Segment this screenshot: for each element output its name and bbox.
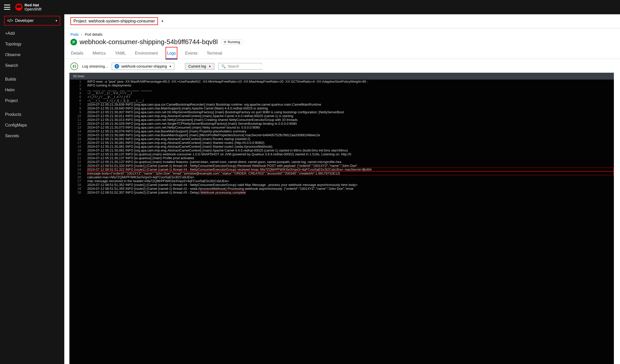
log-line: 26calcuated mac=Nfa7ZQMrPFWIKSe3Vqxi3+4q… [69, 175, 614, 179]
sidebar-item-project[interactable]: Project [0, 95, 64, 106]
tabs: DetailsMetricsYAMLEnvironmentLogsEventsT… [64, 48, 620, 59]
log-line: 1INFO exec -a "java" java -XX:MaxRAMPerc… [69, 80, 614, 83]
sidebar-item-products[interactable]: Products [0, 109, 64, 120]
hamburger-icon[interactable] [4, 5, 10, 10]
log-line: 122024-07-12 05:21:30,029 INFO [org.apa.… [69, 122, 614, 125]
log-line: 4--/ __ \/ / / / _ | / _ \/ //_/ / / / _… [69, 91, 614, 95]
sidebar-item-observe[interactable]: Observe [0, 49, 64, 60]
log-line: 182024-07-12 05:21:30,081 INFO [org.apa.… [69, 145, 614, 148]
log-line: 112024-07-12 05:21:30,013 INFO [org.apa.… [69, 118, 614, 122]
log-line: 302024-07-12 08:51:52,357 INFO [route2] … [69, 191, 614, 194]
log-line: 2INFO running in /deployments [69, 83, 614, 87]
log-line: 27mac message recceived in the header=Nf… [69, 179, 614, 183]
log-line: 72024-07-12 05:21:29,636 INFO [org.apa.c… [69, 103, 614, 106]
tab-environment[interactable]: Environment [134, 48, 158, 59]
breadcrumb-root[interactable]: Pods [70, 32, 79, 36]
log-line: 232024-07-12 08:51:51,320 INFO [route1] … [69, 164, 614, 168]
log-line-count: 30 lines [69, 73, 614, 80]
log-line: 162024-07-12 05:21:30,081 INFO [org.apa.… [69, 137, 614, 141]
log-panel: 30 lines 1INFO exec -a "java" java -XX:M… [64, 73, 620, 364]
code-icon: </> [7, 18, 13, 23]
streaming-label: Log streaming... [82, 64, 108, 68]
sidebar-item-secrets[interactable]: Secrets [0, 131, 64, 141]
tab-metrics[interactable]: Metrics [92, 48, 106, 59]
log-line: 282024-07-12 08:51:51,352 INFO [route1] … [69, 183, 614, 187]
search-field[interactable] [228, 64, 272, 68]
log-line: 102024-07-12 05:21:30,011 INFO [org.apa.… [69, 114, 614, 118]
redhat-fedora-icon [15, 4, 22, 11]
pause-stream-button[interactable] [70, 62, 78, 70]
sidebar: </> Developer ▾ +AddTopologyObserveSearc… [0, 14, 64, 364]
tab-logs[interactable]: Logs [167, 48, 177, 59]
top-bar: Red Hat OpenShift [0, 0, 620, 14]
sidebar-nav: +AddTopologyObserveSearchBuildsHelmProje… [0, 28, 64, 364]
log-line: 242024-07-12 08:51:51,322 INFO [route1] … [69, 168, 614, 171]
title-bar: P webhook-consumer-shipping-54b9ff6744-b… [64, 37, 620, 48]
log-line: 5-/ /_/ / /_/ / __ |/ , _/ ,< / /_/ /\ \ [69, 95, 614, 99]
breadcrumb: Pods › Pod details [64, 28, 620, 37]
content: Project: webhook-system-shipping-consume… [64, 14, 620, 364]
chevron-down-icon: ▾ [56, 19, 57, 22]
breadcrumb-current: Pod details [85, 32, 102, 36]
sidebar-item-topology[interactable]: Topology [0, 39, 64, 49]
sync-icon: ⟳ [224, 40, 226, 44]
pod-title: webhook-consumer-shipping-54b9ff6744-bqv… [80, 38, 218, 46]
log-line: 222024-07-12 05:21:30,137 INFO [io.quark… [69, 160, 614, 164]
log-line: 152024-07-12 05:21:30,080 INFO [org.apa.… [69, 133, 614, 137]
container-badge-icon: C [115, 64, 119, 69]
log-line: 6--\___\_\____/_/ |_/_/|_/_/|_|\____/___… [69, 99, 614, 103]
log-line: 82024-07-12 05:21:29,640 INFO [org.apa.c… [69, 106, 614, 110]
log-line: 202024-07-12 05:21:30,137 INFO [io.quark… [69, 152, 614, 156]
tab-details[interactable]: Details [70, 48, 84, 59]
perspective-switcher[interactable]: </> Developer ▾ [4, 16, 60, 26]
log-line: 132024-07-12 05:21:30,073 INFO [org.apa.… [69, 125, 614, 129]
tab-events[interactable]: Events [184, 48, 198, 59]
log-line: 212024-07-12 05:21:30,137 INFO [io.quark… [69, 156, 614, 160]
container-selector[interactable]: C webhook-consumer-shipping ▼ [112, 63, 174, 70]
project-selector[interactable]: Project: webhook-system-shipping-consume… [70, 17, 158, 25]
brand-line2: OpenShift [24, 7, 42, 11]
pod-badge-icon: P [70, 39, 77, 45]
log-source-selector[interactable]: Current log ▼ [185, 63, 214, 70]
brand-line1: Red Hat [24, 3, 42, 7]
sidebar-item-configmaps[interactable]: ConfigMaps [0, 120, 64, 131]
log-body[interactable]: 1INFO exec -a "java" java -XX:MaxRAMPerc… [69, 80, 614, 364]
search-icon: 🔍 [221, 64, 226, 68]
chevron-right-icon: › [81, 32, 82, 36]
log-line: 172024-07-12 05:21:30,081 INFO [org.apa.… [69, 141, 614, 145]
sidebar-item-helm[interactable]: Helm [0, 85, 64, 95]
chevron-down-icon[interactable]: ▼ [161, 20, 164, 23]
log-line: 3__ ____ __ _____ ___ __ ____ ______ [69, 87, 614, 91]
chevron-down-icon: ▼ [209, 65, 211, 68]
sidebar-item-add[interactable]: +Add [0, 28, 64, 39]
tab-yaml[interactable]: YAML [114, 48, 126, 59]
log-line: 25message body={"orderId":"1001XYZ","nam… [69, 171, 614, 175]
log-line: 142024-07-12 05:21:30,078 INFO [org.apa.… [69, 129, 614, 133]
log-line: 192024-07-12 05:21:30,081 INFO [org.apa.… [69, 148, 614, 152]
tab-terminal[interactable]: Terminal [206, 48, 222, 59]
chevron-down-icon: ▼ [169, 65, 171, 68]
sidebar-item-builds[interactable]: Builds [0, 74, 64, 85]
log-line: 292024-07-12 08:51:51,355 INFO [route2] … [69, 187, 614, 191]
project-bar: Project: webhook-system-shipping-consume… [64, 14, 620, 28]
log-line: 92024-07-12 05:21:30,007 INFO [org.apa.c… [69, 110, 614, 114]
pause-icon [73, 65, 76, 68]
perspective-label: Developer [15, 18, 34, 23]
search-input[interactable]: 🔍 [218, 63, 262, 70]
sidebar-item-search[interactable]: Search [0, 60, 64, 71]
log-toolbar: Log streaming... C webhook-consumer-ship… [64, 59, 620, 73]
brand: Red Hat OpenShift [15, 3, 42, 11]
status-badge: ⟳ Running [220, 39, 243, 45]
